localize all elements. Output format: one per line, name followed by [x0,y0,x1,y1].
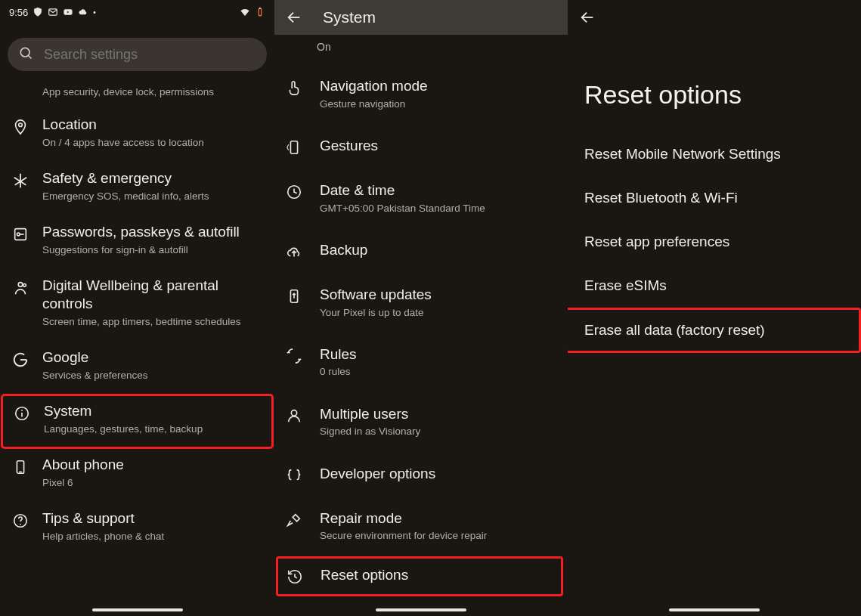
reset-title: Reset options [568,35,861,132]
item-title: Gestures [320,137,557,156]
item-title: Safety & emergency [42,169,264,188]
google-g-icon [11,351,30,368]
settings-item-system[interactable]: System Languages, gestures, time, backup [2,395,273,448]
item-title: System [44,402,262,421]
item-title: Backup [320,241,557,260]
search-settings[interactable] [8,38,267,71]
wifi-icon [240,7,250,17]
item-sub: Signed in as Visionary [320,425,557,438]
svg-point-15 [21,410,23,411]
phone-gesture-icon [285,139,303,156]
svg-point-8 [17,233,20,236]
item-title: Passwords, passkeys & autofill [42,223,264,242]
system-panel: System On Navigation mode Gesture naviga… [274,0,568,616]
item-title: Location [42,116,264,135]
system-item-backup[interactable]: Backup [274,231,568,275]
prev-item-sub[interactable]: On [274,35,568,67]
gmail-icon [48,7,58,17]
reset-panel: Reset options Reset Mobile Network Setti… [568,0,861,616]
erase-all-data-factory-reset[interactable]: Erase all data (factory reset) [568,308,861,353]
wellbeing-icon [11,280,30,296]
item-title: Navigation mode [320,77,557,96]
svg-line-5 [29,56,32,59]
svg-point-4 [20,48,29,57]
settings-item-passwords[interactable]: Passwords, passkeys & autofill Suggestio… [0,215,274,269]
item-title: Rules [320,345,557,364]
system-item-rules[interactable]: Rules 0 rules [274,335,568,395]
item-sub: Languages, gestures, time, backup [44,423,262,436]
item-title: Date & time [320,181,557,200]
status-time: 9:56 [9,7,28,18]
item-sub: Screen time, app timers, bedtime schedul… [42,315,264,329]
shield-icon [33,7,43,17]
svg-point-26 [291,410,296,415]
back-button[interactable] [578,8,596,26]
item-sub: On / 4 apps have access to location [42,136,264,150]
phone-device-icon [11,459,30,475]
item-title: Google [42,348,264,367]
item-sub: Help articles, phone & chat [42,530,264,543]
item-title: About phone [42,456,264,475]
settings-item-location[interactable]: Location On / 4 apps have access to loca… [0,108,274,162]
item-title: Digital Wellbeing & parental controls [42,277,264,314]
system-title: System [323,8,376,26]
gesture-icon [285,79,303,96]
item-sub: Gesture navigation [320,98,557,111]
nav-pill[interactable] [376,608,466,611]
svg-point-19 [20,524,21,525]
item-title: Repair mode [320,509,557,528]
item-title: Developer options [320,465,557,484]
item-sub: Services & preferences [42,369,264,382]
system-item-developer-options[interactable]: Developer options [274,454,568,499]
user-icon [285,407,303,424]
item-sub: Secure environment for device repair [320,529,557,543]
system-item-gestures[interactable]: Gestures [274,126,568,171]
three-panels: 9:56 • App security, device lock, permis… [0,0,861,616]
item-title: Software updates [320,286,557,305]
item-sub: Your Pixel is up to date [320,306,557,320]
system-item-date-time[interactable]: Date & time GMT+05:00 Pakistan Standard … [274,171,568,231]
cloud-icon [78,7,88,17]
system-topbar: System [274,0,568,35]
item-sub: 0 rules [320,365,557,379]
info-icon [12,405,32,422]
item-sub: GMT+05:00 Pakistan Standard Time [320,202,557,215]
key-card-icon [11,226,30,243]
security-subtitle-row[interactable]: App security, device lock, permissions [0,83,274,108]
cloud-upload-icon [285,243,303,260]
settings-item-about[interactable]: About phone Pixel 6 [0,448,274,502]
svg-point-6 [19,123,23,127]
back-button[interactable] [285,8,303,26]
system-item-software-updates[interactable]: Software updates Your Pixel is up to dat… [274,275,568,335]
reset-bluetooth-wifi[interactable]: Reset Bluetooth & Wi-Fi [568,176,861,220]
settings-item-wellbeing[interactable]: Digital Wellbeing & parental controls Sc… [0,269,274,342]
settings-item-tips[interactable]: Tips & support Help articles, phone & ch… [0,502,274,556]
svg-rect-2 [259,8,262,15]
svg-rect-3 [259,8,260,8]
system-item-repair-mode[interactable]: Repair mode Secure environment for devic… [274,499,568,559]
status-bar: 9:56 • [0,0,274,24]
item-sub: Suggestions for sign-in & autofill [42,243,264,257]
status-right [240,7,265,17]
system-item-reset-options[interactable]: Reset options [276,556,563,596]
restore-icon [286,568,304,585]
settings-item-google[interactable]: Google Services & preferences [0,341,274,395]
item-title: Multiple users [320,405,557,424]
reset-app-preferences[interactable]: Reset app preferences [568,220,861,264]
battery-icon [255,7,265,17]
code-braces-icon [285,467,303,484]
settings-list: App security, device lock, permissions L… [0,79,274,556]
item-title: Reset options [321,566,553,585]
reset-mobile-network[interactable]: Reset Mobile Network Settings [568,132,861,176]
search-input[interactable] [42,46,256,63]
nav-pill[interactable] [669,608,760,611]
system-item-navigation-mode[interactable]: Navigation mode Gesture navigation [274,67,568,126]
erase-esims[interactable]: Erase eSIMs [568,264,861,308]
dot-icon: • [93,8,96,17]
system-item-multiple-users[interactable]: Multiple users Signed in as Visionary [274,395,568,454]
clock-icon [285,184,303,200]
asterisk-icon [11,172,30,189]
rules-icon [285,348,303,364]
nav-pill[interactable] [92,608,183,611]
settings-item-safety[interactable]: Safety & emergency Emergency SOS, medica… [0,162,274,215]
